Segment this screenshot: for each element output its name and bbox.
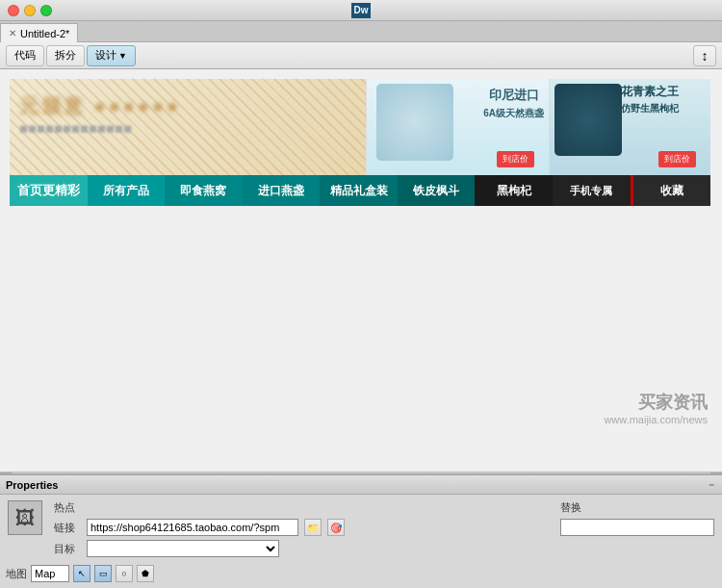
prop-replace-area: 替换 [560, 500, 714, 536]
nav-bar: 首页更精彩 所有产品 即食燕窝 进口燕盏 精品礼盒装 铁皮枫斗 黑枸杞 手机专属… [10, 175, 710, 206]
nav-item-7[interactable]: 手机专属 [553, 175, 631, 206]
split-button[interactable]: 拆分 [46, 45, 85, 66]
main-content: 元颁意 ●●●●●● ◼◼◼◼◼◼◼◼◼◼◼◼◼ 印尼进口 6A级天然燕盏 到店… [0, 69, 722, 483]
nav-item-3[interactable]: 进口燕盏 [243, 175, 321, 206]
circle-tool-button[interactable]: ○ [116, 565, 133, 582]
poly-tool-button[interactable]: ⬟ [137, 565, 154, 582]
hotspot-label: 热点 [54, 500, 81, 515]
document-tab[interactable]: ✕ Untitled-2* [0, 23, 78, 42]
nav-item-1[interactable]: 所有产品 [88, 175, 166, 206]
image-icon: 🖼 [15, 507, 35, 529]
link-target-button[interactable]: 🎯 [327, 519, 345, 536]
target-label: 目标 [54, 542, 81, 556]
watermark: 买家资讯 www.maijia.com/news [604, 391, 708, 425]
close-button[interactable] [8, 5, 19, 16]
banner-right: 花青素之王 仿野生黑枸杞 到店价 [549, 79, 710, 175]
watermark-text: 买家资讯 [604, 391, 708, 414]
design-dropdown-icon: ▼ [118, 51, 127, 61]
map-label: 地图 [6, 567, 27, 581]
toolbar: 代码 拆分 设计 ▼ ↕ [0, 42, 722, 69]
dw-logo: Dw [351, 3, 371, 18]
prop-fields: 热点 链接 📁 🎯 目标 [54, 500, 549, 557]
banner-right-product [554, 84, 622, 156]
properties-panel: Properties － 🖼 热点 链接 📁 🎯 目标 替换 [0, 473, 722, 588]
banner-left-text2: ◼◼◼◼◼◼◼◼◼◼◼◼◼ [19, 122, 132, 135]
design-label: 设计 [95, 48, 116, 63]
target-row: 目标 [54, 540, 549, 557]
banner-middle-product [376, 84, 453, 161]
target-select[interactable] [87, 540, 279, 557]
banner-right-badge: 到店价 [658, 151, 696, 167]
code-button[interactable]: 代码 [6, 45, 44, 66]
webpage-preview: 元颁意 ●●●●●● ◼◼◼◼◼◼◼◼◼◼◼◼◼ 印尼进口 6A级天然燕盏 到店… [10, 79, 710, 206]
prop-icon-area: 🖼 [8, 500, 42, 535]
pointer-tool-button[interactable]: ↖ [73, 565, 90, 582]
tab-label: Untitled-2* [20, 28, 69, 39]
map-input[interactable] [31, 565, 69, 582]
canvas-area: 元颁意 ●●●●●● ◼◼◼◼◼◼◼◼◼◼◼◼◼ 印尼进口 6A级天然燕盏 到店… [0, 69, 722, 483]
nav-item-0[interactable]: 首页更精彩 [10, 175, 88, 206]
banner-right-title: 花青素之王 仿野生黑枸杞 [621, 84, 708, 116]
nav-item-2[interactable]: 即食燕窝 [165, 175, 243, 206]
link-label: 链接 [54, 521, 81, 535]
link-row: 链接 📁 🎯 [54, 519, 549, 536]
nav-item-6[interactable]: 黑枸杞 [475, 175, 553, 206]
properties-title: Properties [6, 479, 58, 491]
link-browse-button[interactable]: 📁 [304, 519, 322, 536]
sort-button[interactable]: ↕ [693, 45, 716, 66]
link-input[interactable] [87, 519, 298, 536]
banner-middle-title: 印尼进口 6A级天然燕盏 [483, 87, 544, 121]
map-tools-row: 地图 ↖ ▭ ○ ⬟ [0, 563, 722, 588]
banner-middle: 印尼进口 6A级天然燕盏 到店价 [366, 79, 549, 175]
rect-tool-button[interactable]: ▭ [94, 565, 112, 582]
traffic-lights [8, 5, 52, 16]
properties-collapse-button[interactable]: － [707, 478, 716, 492]
hotspot-row: 热点 [54, 500, 549, 515]
replace-input[interactable] [560, 519, 714, 536]
banner-area: 元颁意 ●●●●●● ◼◼◼◼◼◼◼◼◼◼◼◼◼ 印尼进口 6A级天然燕盏 到店… [10, 79, 710, 175]
title-bar: Dw [0, 0, 722, 21]
properties-content: 🖼 热点 链接 📁 🎯 目标 替换 [0, 495, 722, 563]
minimize-button[interactable] [24, 5, 36, 16]
nav-item-4[interactable]: 精品礼盒装 [320, 175, 398, 206]
nav-item-8[interactable]: 收藏 [631, 175, 711, 206]
banner-left: 元颁意 ●●●●●● ◼◼◼◼◼◼◼◼◼◼◼◼◼ [10, 79, 366, 175]
properties-header: Properties － [0, 475, 722, 495]
tab-bar: ✕ Untitled-2* [0, 21, 722, 42]
app-title: Dw [351, 3, 371, 18]
watermark-url: www.maijia.com/news [604, 414, 708, 425]
banner-left-text1: 元颁意 ●●●●●● [19, 93, 181, 119]
replace-label: 替换 [560, 500, 714, 515]
design-button[interactable]: 设计 ▼ [87, 45, 136, 66]
banner-middle-badge: 到店价 [497, 151, 534, 167]
tab-close-icon[interactable]: ✕ [9, 28, 16, 38]
maximize-button[interactable] [40, 5, 52, 16]
nav-item-5[interactable]: 铁皮枫斗 [398, 175, 476, 206]
